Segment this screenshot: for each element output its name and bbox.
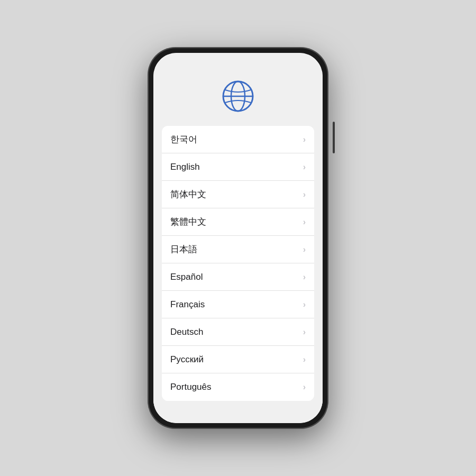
- globe-area: [221, 53, 255, 126]
- language-label-portuguese: Português: [170, 382, 212, 392]
- language-label-english: English: [170, 162, 200, 172]
- language-label-japanese: 日本語: [170, 243, 197, 255]
- language-item-simplified-chinese[interactable]: 简体中文›: [162, 181, 314, 208]
- globe-icon: [221, 79, 255, 113]
- phone-frame: 한국어›English›简体中文›繁體中文›日本語›Español›França…: [148, 48, 328, 428]
- language-item-spanish[interactable]: Español›: [162, 263, 314, 291]
- language-item-korean[interactable]: 한국어›: [162, 126, 314, 153]
- chevron-icon-traditional-chinese: ›: [303, 218, 306, 226]
- chevron-icon-japanese: ›: [303, 245, 306, 254]
- language-list: 한국어›English›简体中文›繁體中文›日本語›Español›França…: [153, 126, 323, 423]
- phone-inner: 한국어›English›简体中文›繁體中文›日本語›Español›França…: [153, 53, 323, 423]
- language-item-russian[interactable]: Русский›: [162, 346, 314, 373]
- chevron-icon-portuguese: ›: [303, 383, 306, 391]
- chevron-icon-korean: ›: [303, 135, 306, 144]
- chevron-icon-german: ›: [303, 328, 306, 336]
- language-label-korean: 한국어: [170, 133, 197, 145]
- language-label-french: Français: [170, 299, 205, 310]
- language-item-traditional-chinese[interactable]: 繁體中文›: [162, 208, 314, 236]
- language-item-english[interactable]: English›: [162, 153, 314, 181]
- chevron-icon-russian: ›: [303, 355, 306, 364]
- power-button: [333, 122, 335, 153]
- language-item-portuguese[interactable]: Português›: [162, 373, 314, 401]
- screen: 한국어›English›简体中文›繁體中文›日本語›Español›França…: [153, 53, 323, 423]
- language-label-german: Deutsch: [170, 327, 203, 337]
- language-list-group: 한국어›English›简体中文›繁體中文›日本語›Español›França…: [162, 126, 314, 401]
- chevron-icon-simplified-chinese: ›: [303, 190, 306, 199]
- language-item-german[interactable]: Deutsch›: [162, 318, 314, 346]
- chevron-icon-spanish: ›: [303, 273, 306, 281]
- language-label-traditional-chinese: 繁體中文: [170, 216, 206, 228]
- language-label-russian: Русский: [170, 354, 204, 365]
- language-item-japanese[interactable]: 日本語›: [162, 236, 314, 263]
- language-label-spanish: Español: [170, 272, 203, 282]
- chevron-icon-english: ›: [303, 163, 306, 171]
- chevron-icon-french: ›: [303, 300, 306, 309]
- language-label-simplified-chinese: 简体中文: [170, 188, 206, 200]
- language-item-french[interactable]: Français›: [162, 291, 314, 318]
